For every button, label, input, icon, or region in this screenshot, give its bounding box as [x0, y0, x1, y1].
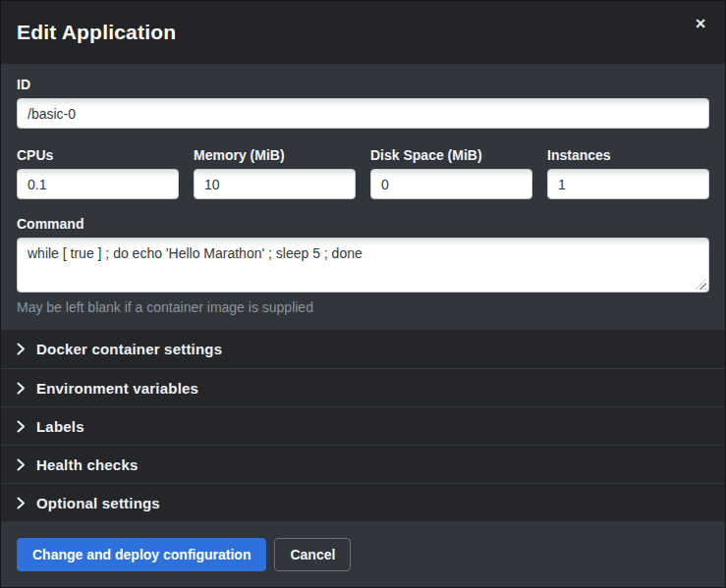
id-input[interactable]	[17, 98, 709, 129]
command-help-text: May be left blank if a container image i…	[17, 299, 709, 315]
memory-input[interactable]	[194, 169, 356, 199]
command-field-group: Command while [ true ] ; do echo 'Hello …	[17, 216, 709, 315]
chevron-right-icon	[17, 420, 26, 433]
section-optional-settings[interactable]: Optional settings	[1, 483, 725, 521]
command-textarea[interactable]: while [ true ] ; do echo 'Hello Marathon…	[17, 238, 709, 293]
chevron-right-icon	[17, 458, 26, 471]
id-field-group: ID	[17, 77, 709, 129]
section-health-checks[interactable]: Health checks	[1, 445, 725, 483]
cancel-button[interactable]: Cancel	[274, 538, 351, 571]
section-label: Optional settings	[36, 495, 160, 511]
modal-header: Edit Application ✕	[1, 1, 725, 64]
cpus-field-group: CPUs	[17, 147, 179, 199]
resources-row: CPUs Memory (MiB) Disk Space (MiB) Insta…	[17, 147, 709, 199]
close-icon[interactable]: ✕	[690, 13, 711, 34]
modal-title: Edit Application	[17, 21, 176, 44]
application-form: ID CPUs Memory (MiB) Disk Space (MiB) In…	[1, 64, 725, 330]
chevron-right-icon	[17, 343, 26, 355]
id-label: ID	[17, 77, 709, 92]
modal-footer: Change and deploy configuration Cancel	[1, 521, 725, 587]
section-environment-variables[interactable]: Environment variables	[1, 368, 725, 406]
section-label: Labels	[36, 418, 84, 435]
command-label: Command	[17, 216, 709, 232]
section-labels[interactable]: Labels	[1, 406, 725, 445]
edit-application-modal: Edit Application ✕ ID CPUs Memory (MiB) …	[0, 0, 726, 588]
memory-label: Memory (MiB)	[194, 147, 356, 163]
change-and-deploy-button[interactable]: Change and deploy configuration	[17, 538, 266, 571]
cpus-label: CPUs	[17, 147, 179, 163]
section-docker-container-settings[interactable]: Docker container settings	[1, 330, 725, 368]
section-label: Health checks	[36, 456, 138, 473]
collapsible-sections: Docker container settings Environment va…	[1, 330, 725, 521]
disk-input[interactable]	[370, 169, 532, 199]
section-label: Docker container settings	[36, 341, 222, 357]
instances-label: Instances	[547, 147, 709, 163]
cpus-input[interactable]	[17, 169, 179, 199]
memory-field-group: Memory (MiB)	[194, 147, 356, 199]
instances-input[interactable]	[547, 169, 709, 199]
chevron-right-icon	[17, 382, 26, 395]
section-label: Environment variables	[36, 380, 198, 397]
disk-label: Disk Space (MiB)	[370, 147, 532, 163]
disk-field-group: Disk Space (MiB)	[370, 147, 532, 199]
chevron-right-icon	[17, 497, 26, 509]
instances-field-group: Instances	[547, 147, 709, 199]
command-textarea-wrap: while [ true ] ; do echo 'Hello Marathon…	[17, 238, 709, 293]
